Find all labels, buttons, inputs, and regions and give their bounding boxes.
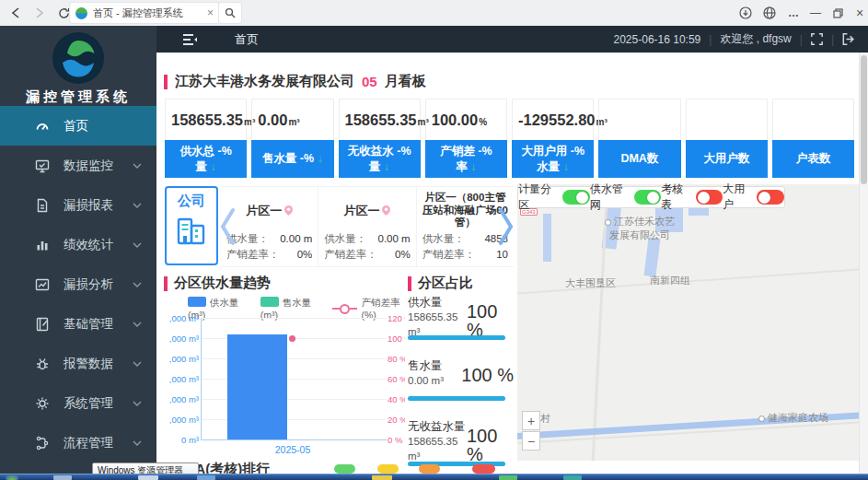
browser-download-icon[interactable]	[736, 5, 755, 21]
sidebar: 漏控管理系统 LEAK MANAGEMENT SYSTEM 首页 数据监控 漏损…	[0, 26, 156, 480]
district-carousel: 片区一 供水量：0.00 m 产销差率：0% 片区一 供水量：0.00 m 产销…	[221, 186, 514, 267]
start-button[interactable]	[6, 475, 18, 480]
window-minimize-button[interactable]: —	[806, 5, 825, 21]
supply-trend-chart: 分区供水量趋势 供水量(m³) 售水量(m³) 产销差率(%) ,000 m³ …	[164, 273, 405, 461]
legend-line-rate	[332, 304, 357, 314]
title-accent-bar	[164, 75, 168, 89]
chart-title: 分区供水量趋势	[174, 275, 271, 292]
poi-marker	[758, 416, 765, 422]
sidebar-title: 漏控管理系统	[0, 88, 156, 106]
down-arrow-icon: ↓	[470, 160, 476, 173]
map-zoom-in-button[interactable]: +	[522, 411, 540, 430]
map-label-farm: 健海家庭农场	[758, 411, 828, 425]
app-logo	[52, 32, 104, 84]
toggle-supply-network[interactable]: 供水管网	[590, 181, 662, 213]
map-label-area2: 南新四组	[650, 274, 690, 287]
tab-title: 首页 - 漏控管理系统	[93, 6, 202, 20]
tab-close-icon[interactable]: ×	[207, 6, 214, 19]
toggle-large-user[interactable]: 大用户	[723, 181, 784, 213]
taskbar-icon[interactable]	[197, 475, 215, 480]
sidebar-item-system-management[interactable]: 系统管理	[0, 383, 156, 423]
sidebar-item-alarm-data[interactable]: 报警数据	[0, 344, 156, 383]
bug-icon	[35, 357, 50, 371]
map-zoom-out-button[interactable]: −	[522, 431, 540, 451]
rank-pill-green	[334, 464, 355, 474]
sidebar-item-home[interactable]: 首页	[0, 106, 156, 146]
browser-back-button[interactable]	[7, 5, 24, 21]
zone-ratio-panel: 分区占比 供水量 158655.35m³ 100 % 售水量 0.00 m³ 1…	[408, 273, 514, 480]
bar-supply-2025-05	[227, 334, 287, 439]
taskbar-icon[interactable]	[53, 475, 72, 480]
logout-icon[interactable]	[842, 33, 855, 45]
sidebar-item-leak-report[interactable]: 漏损报表	[0, 185, 156, 225]
rank-pill-orange	[419, 464, 440, 474]
stat-card-sold-water: 0.00m³ 售水量 -% ↓	[251, 99, 333, 178]
app-header: 首页 2025-06-16 10:59 | 欢迎您 , dfgsw | |	[156, 26, 868, 53]
ratio-title: 分区占比	[418, 275, 473, 292]
down-arrow-icon: ↓	[210, 160, 215, 173]
sidebar-item-process-management[interactable]: 流程管理	[0, 423, 156, 462]
sidebar-item-leak-analysis[interactable]: 漏损分析	[0, 264, 156, 304]
taskbar-icon[interactable]	[138, 475, 158, 480]
carousel-prev-button[interactable]	[217, 206, 237, 247]
rank-pill-yellow	[377, 464, 399, 474]
sidebar-item-performance-stats[interactable]: 绩效统计	[0, 225, 156, 264]
browser-search-button[interactable]	[219, 3, 241, 23]
stat-card-non-revenue-water: 158655.35m³ 无收益水 -%量 ↓	[339, 99, 421, 178]
window-close-button[interactable]: ×	[851, 5, 868, 21]
scrollbar-thumb[interactable]	[861, 55, 867, 184]
windows-taskbar[interactable]	[0, 474, 868, 480]
title-accent-bar	[164, 276, 168, 291]
map-canvas[interactable]: G343 江苏佳禾农艺发展有限公司 大丰围垦区 南新四组 羊村 健海家庭农场 +…	[517, 184, 859, 461]
browser-menu-icon[interactable]: …	[784, 5, 803, 21]
map-layer-toggle-bar: 计量分区 供水管网 考核表 大用户	[517, 186, 785, 208]
company-card[interactable]: 公司	[165, 186, 218, 265]
taskbar-icon[interactable]	[499, 475, 517, 480]
rank-pill-red	[472, 464, 495, 474]
taskbar-icon[interactable]	[563, 475, 582, 480]
bar-chart-icon	[35, 238, 50, 252]
collapse-sidebar-icon[interactable]	[182, 33, 198, 46]
kanban-suffix: 月看板	[385, 73, 426, 90]
chevron-down-icon	[133, 282, 142, 287]
map-label-company: 江苏佳禾农艺发展有限公司	[605, 215, 675, 242]
toggle-switch-on[interactable]	[562, 190, 590, 205]
kanban-month: 05	[362, 74, 377, 89]
legend-swatch-sold	[260, 297, 279, 307]
x-axis-label: 2025-05	[219, 444, 366, 455]
rate-point-2025-05	[289, 335, 295, 342]
application-window: 首页 - 漏控管理系统 × … — × 首页 2025-06-16 10:59 …	[0, 0, 868, 480]
district-panel[interactable]: 片区一 供水量：0.00 m 产销差率：0%	[318, 187, 415, 266]
carousel-next-button[interactable]	[496, 206, 516, 247]
map-zoom-controls: + −	[522, 411, 540, 451]
stat-cards-row: 158655.35m³ 供水总 -%量 ↓ 0.00m³ 售水量 -% ↓ 15…	[165, 99, 854, 178]
chevron-down-icon	[133, 203, 142, 208]
sidebar-item-basic-management[interactable]: 基础管理	[0, 304, 156, 344]
chevron-down-icon	[133, 401, 142, 406]
taskbar-icon[interactable]	[372, 475, 392, 480]
browser-toolbar: 首页 - 漏控管理系统 × … — ×	[0, 0, 868, 27]
browser-forward-button[interactable]	[31, 5, 48, 21]
ratio-percent: 100 %	[467, 295, 505, 339]
toggle-switch-off[interactable]	[696, 190, 723, 205]
chevron-down-icon	[133, 322, 142, 327]
header-tab-home[interactable]: 首页	[235, 31, 259, 48]
down-arrow-icon: ↓	[384, 160, 389, 173]
down-arrow-icon: ↓	[318, 152, 323, 165]
toggle-switch-off[interactable]	[757, 190, 784, 205]
toggle-metering-zone[interactable]: 计量分区	[518, 181, 590, 213]
header-datetime: 2025-06-16 10:59	[614, 33, 701, 46]
stat-card-large-user-usage: -129552.80m³ 大用户用 -%水量 ↓	[512, 99, 594, 178]
browser-tab[interactable]: 首页 - 漏控管理系统 ×	[70, 3, 219, 23]
stat-card-dma-count: DMA数	[598, 99, 680, 178]
ratio-item-supply: 供水量 158655.35m³ 100 %	[408, 295, 514, 339]
map-pin-icon	[382, 205, 390, 216]
fullscreen-icon[interactable]	[811, 33, 823, 45]
monitor-icon	[35, 158, 50, 173]
toggle-assessment-meter[interactable]: 考核表	[661, 181, 723, 213]
sidebar-item-data-monitor[interactable]: 数据监控	[0, 146, 156, 185]
window-restore-button[interactable]	[828, 5, 847, 21]
tab-favicon	[75, 7, 87, 19]
browser-globe-icon[interactable]	[760, 5, 779, 21]
toggle-switch-on[interactable]	[634, 190, 662, 205]
